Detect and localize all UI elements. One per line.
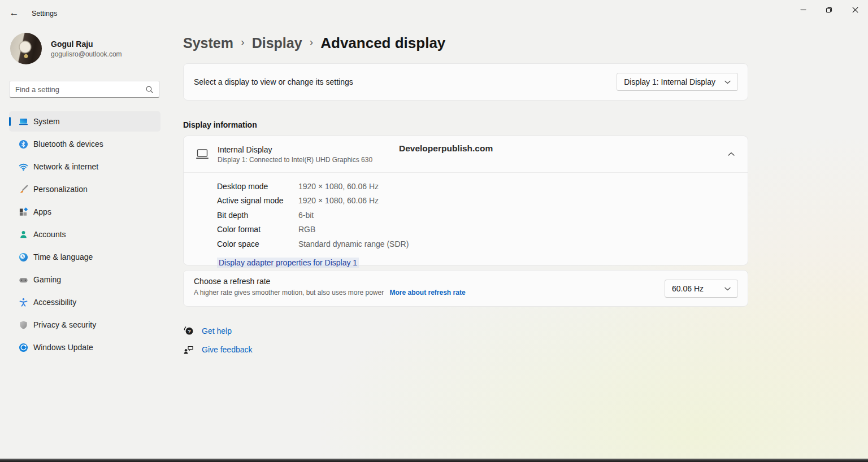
chevron-down-icon: [724, 287, 731, 291]
brush-icon: [19, 185, 28, 194]
sidebar-item-bluetooth-devices[interactable]: Bluetooth & devices: [9, 134, 160, 154]
close-button[interactable]: [842, 0, 868, 19]
back-button[interactable]: ←: [5, 4, 24, 22]
refresh-rate-card: Choose a refresh rate A higher rate give…: [183, 270, 748, 307]
screen-bottom-edge: [0, 459, 868, 462]
more-about-refresh-rate-link[interactable]: More about refresh rate: [390, 289, 466, 297]
display-adapter-properties-link[interactable]: Display adapter properties for Display 1: [217, 258, 359, 268]
breadcrumb-display[interactable]: Display: [252, 35, 302, 51]
refresh-rate-dropdown[interactable]: 60.06 Hz: [665, 280, 738, 298]
detail-value: RGB: [298, 225, 315, 234]
sidebar-item-windows-update[interactable]: Windows Update: [9, 337, 160, 358]
detail-row: Bit depth 6-bit: [217, 208, 409, 223]
chevron-right-icon: ›: [241, 36, 245, 50]
chevron-down-icon: [724, 80, 731, 84]
refresh-rate-value: 60.06 Hz: [672, 284, 704, 293]
detail-label: Desktop mode: [217, 182, 298, 191]
display-information-card: Internal Display Display 1: Connected to…: [183, 136, 748, 265]
feedback-icon: [183, 344, 194, 355]
person-icon: [19, 230, 28, 239]
detail-value: 6-bit: [298, 211, 314, 220]
system-icon: [19, 117, 28, 127]
sidebar-item-label: Time & language: [33, 252, 93, 261]
titlebar: ← Settings: [0, 0, 868, 27]
give-feedback-link[interactable]: Give feedback: [183, 343, 253, 356]
display-selector-dropdown[interactable]: Display 1: Internal Display: [617, 73, 738, 91]
sidebar-item-network-internet[interactable]: Network & internet: [9, 156, 160, 177]
display-selector-label: Select a display to view or change its s…: [194, 77, 617, 86]
wifi-icon: [19, 162, 28, 172]
restore-icon: [826, 6, 832, 13]
chevron-right-icon: ›: [310, 36, 314, 50]
sidebar-item-apps[interactable]: Apps: [9, 202, 160, 222]
collapse-button[interactable]: [724, 147, 739, 161]
profile-name: Gogul Raju: [51, 40, 93, 49]
search-box: [9, 81, 160, 98]
sidebar-item-label: Accounts: [33, 230, 66, 239]
minimize-icon: [800, 7, 806, 13]
apps-icon: [19, 207, 28, 217]
give-feedback-label: Give feedback: [202, 345, 253, 354]
gamepad-icon: [19, 275, 28, 285]
sidebar-item-label: System: [33, 117, 60, 126]
sidebar-item-accessibility[interactable]: Accessibility: [9, 292, 160, 312]
get-help-label: Get help: [202, 326, 232, 335]
svg-text:?: ?: [188, 328, 191, 334]
sidebar-item-system[interactable]: System: [9, 111, 160, 132]
avatar: [10, 33, 42, 64]
divider: [184, 172, 748, 173]
monitor-icon: [196, 149, 209, 160]
help-icon: ?: [183, 325, 194, 337]
display-information-header: Internal Display Display 1: Connected to…: [184, 136, 748, 172]
search-input[interactable]: [15, 85, 145, 94]
sidebar-item-time-language[interactable]: Time & language: [9, 247, 160, 267]
detail-row: Color format RGB: [217, 223, 409, 237]
section-heading: Display information: [183, 120, 257, 129]
refresh-rate-subtitle: A higher rate gives smoother motion, but…: [194, 289, 384, 297]
restore-button[interactable]: [816, 0, 842, 19]
search-icon: [145, 85, 154, 94]
detail-value: 1920 × 1080, 60.06 Hz: [298, 196, 379, 205]
update-icon: [19, 343, 28, 352]
breadcrumb: System › Display › Advanced display: [183, 32, 445, 54]
profile-email: gogulisro@outlook.com: [51, 50, 122, 58]
device-title: Internal Display: [218, 145, 372, 154]
breadcrumb-system[interactable]: System: [183, 35, 233, 51]
globe-clock-icon: [19, 252, 28, 262]
refresh-rate-subtitle-row: A higher rate gives smoother motion, but…: [194, 289, 738, 297]
sidebar-item-label: Privacy & security: [33, 320, 96, 329]
display-selector-value: Display 1: Internal Display: [624, 77, 715, 86]
minimize-button[interactable]: [790, 0, 816, 19]
footer-links: ? Get help Give feedback: [183, 324, 253, 361]
sidebar-item-label: Personalization: [33, 185, 88, 194]
app-title: Settings: [32, 10, 57, 18]
sidebar-item-label: Apps: [33, 207, 51, 216]
page-title: Advanced display: [320, 34, 445, 52]
sidebar-item-label: Bluetooth & devices: [33, 140, 103, 149]
detail-label: Color format: [217, 225, 298, 234]
sidebar-item-label: Gaming: [33, 275, 61, 284]
get-help-link[interactable]: ? Get help: [183, 324, 253, 338]
watermark-text: Developerpublish.com: [399, 143, 493, 154]
detail-value: Standard dynamic range (SDR): [298, 239, 409, 249]
sidebar-item-gaming[interactable]: Gaming: [9, 269, 160, 290]
device-subtitle: Display 1: Connected to Intel(R) UHD Gra…: [218, 156, 372, 164]
close-icon: [852, 7, 858, 13]
bluetooth-icon: [19, 140, 28, 149]
detail-row: Active signal mode 1920 × 1080, 60.06 Hz: [217, 194, 409, 208]
detail-value: 1920 × 1080, 60.06 Hz: [298, 182, 379, 191]
window-controls: [790, 0, 868, 19]
device-info: Internal Display Display 1: Connected to…: [218, 145, 372, 164]
detail-label: Color space: [217, 239, 298, 249]
refresh-rate-title: Choose a refresh rate: [194, 277, 738, 286]
sidebar-item-personalization[interactable]: Personalization: [9, 179, 160, 199]
detail-row: Desktop mode 1920 × 1080, 60.06 Hz: [217, 179, 409, 194]
display-details: Desktop mode 1920 × 1080, 60.06 Hz Activ…: [217, 179, 409, 251]
sidebar-item-label: Windows Update: [33, 343, 93, 352]
sidebar-item-accounts[interactable]: Accounts: [9, 224, 160, 245]
accessibility-icon: [19, 298, 28, 307]
shield-icon: [19, 320, 28, 330]
settings-window: ← Settings Gogul Raju gogulisro@outl: [0, 0, 868, 462]
sidebar-item-privacy-security[interactable]: Privacy & security: [9, 315, 160, 335]
sidebar-item-label: Network & internet: [33, 162, 98, 171]
